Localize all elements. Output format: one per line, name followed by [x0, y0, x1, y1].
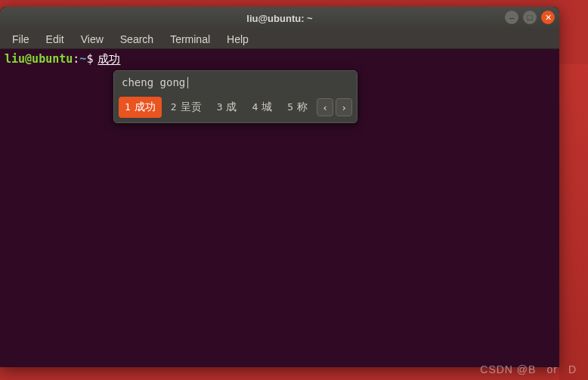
window-title: liu@ubuntu: ~: [246, 13, 312, 24]
candidate-text: 成: [226, 100, 237, 114]
ime-candidate-row: 1 成功 2 呈贡 3 成 4 城 5 称: [114, 93, 357, 122]
prompt-symbol: $: [86, 52, 93, 66]
candidate-number: 2: [171, 101, 177, 113]
watermark-right: D: [568, 363, 579, 375]
terminal-body[interactable]: liu@ubuntu : ~ $ 成功 cheng gong 1 成功 2 呈贡: [0, 49, 559, 367]
ime-candidate-4[interactable]: 4 城: [246, 97, 278, 118]
ime-candidate-2[interactable]: 2 呈贡: [165, 97, 208, 118]
candidate-text: 称: [297, 100, 308, 114]
ime-nav: ‹ ›: [317, 98, 352, 116]
ime-candidate-3[interactable]: 3 成: [211, 97, 243, 118]
candidate-number: 1: [125, 101, 131, 113]
ime-pinyin-text: cheng gong: [122, 76, 185, 88]
candidate-text: 城: [262, 100, 272, 114]
candidate-text: 呈贡: [181, 100, 202, 114]
watermark-left: CSDN @B: [480, 363, 536, 375]
desktop-background-strip: [559, 64, 588, 380]
ime-candidate-1[interactable]: 1 成功: [119, 97, 162, 118]
ime-pinyin-row: cheng gong: [114, 71, 357, 93]
candidate-number: 4: [252, 101, 258, 113]
titlebar[interactable]: liu@ubuntu: ~ – □ ✕: [0, 7, 559, 29]
prompt-line: liu@ubuntu : ~ $ 成功: [5, 52, 555, 66]
ime-candidate-panel: cheng gong 1 成功 2 呈贡 3 成 4 城: [113, 70, 357, 123]
ime-preedit-text: 成功: [97, 52, 120, 66]
prompt-user-host: liu@ubuntu: [5, 52, 73, 66]
candidate-number: 3: [217, 101, 223, 113]
watermark-mid: or: [546, 363, 557, 375]
prompt-path: ~: [79, 52, 86, 66]
menu-terminal[interactable]: Terminal: [162, 30, 218, 48]
candidate-number: 5: [287, 101, 293, 113]
menu-search[interactable]: Search: [113, 30, 161, 48]
maximize-button[interactable]: □: [523, 11, 537, 24]
menubar: File Edit View Search Terminal Help: [0, 29, 559, 49]
ime-next-button[interactable]: ›: [336, 98, 352, 116]
ime-candidate-5[interactable]: 5 称: [281, 97, 314, 118]
prompt-colon: :: [73, 52, 79, 66]
ime-prev-button[interactable]: ‹: [317, 98, 333, 116]
minimize-button[interactable]: –: [505, 11, 518, 24]
ime-caret: [187, 77, 188, 88]
close-button[interactable]: ✕: [541, 11, 555, 24]
menu-help[interactable]: Help: [219, 30, 256, 48]
window-controls: – □ ✕: [505, 11, 555, 24]
candidate-text: 成功: [135, 100, 156, 114]
menu-file[interactable]: File: [5, 30, 37, 48]
menu-edit[interactable]: Edit: [39, 30, 72, 48]
watermark: CSDN @B or D: [480, 363, 579, 375]
menu-view[interactable]: View: [73, 30, 111, 48]
terminal-window: liu@ubuntu: ~ – □ ✕ File Edit View Searc…: [0, 7, 559, 367]
